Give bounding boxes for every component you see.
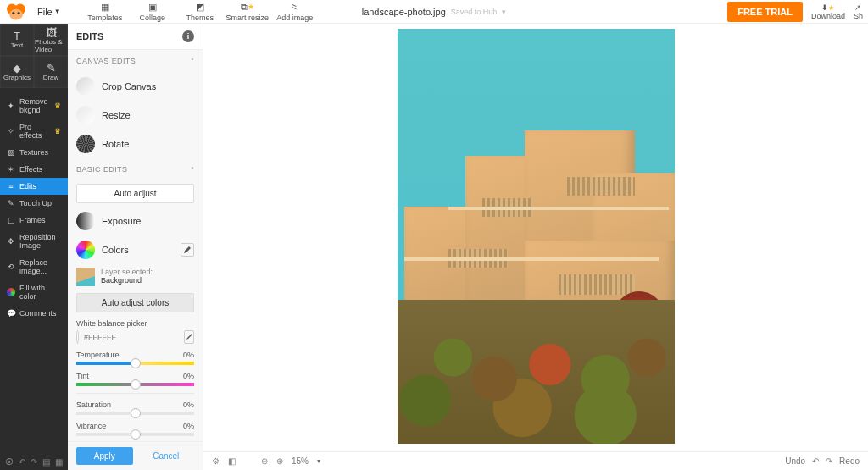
sidebar-pro-effects[interactable]: ✧Pro effects♛	[0, 119, 68, 144]
sidebar-replace-image[interactable]: ⟲Replace image...	[0, 254, 68, 279]
redo-label[interactable]: Redo	[839, 456, 860, 466]
info-icon[interactable]: i	[182, 30, 194, 42]
replace-icon: ⟲	[7, 263, 15, 271]
chevron-down-icon[interactable]: ▾	[317, 457, 320, 465]
zoom-level[interactable]: 15%	[292, 456, 309, 466]
redo-icon[interactable]: ↷	[826, 456, 832, 466]
canvas-area[interactable]	[203, 24, 868, 451]
chevron-up-icon: ˄	[191, 166, 194, 174]
undo-icon[interactable]: ↶	[19, 457, 25, 467]
sidebar-remove-bkgnd[interactable]: ✦Remove bkgnd♛	[0, 93, 68, 119]
eyedropper-button[interactable]	[184, 330, 194, 344]
layers-icon[interactable]: ▤	[42, 457, 50, 467]
colors-row[interactable]: Colors	[68, 235, 203, 264]
zoom-in-icon[interactable]: ⊕	[276, 456, 283, 466]
sidebar-textures[interactable]: ▨Textures	[0, 144, 68, 161]
add-image-tool[interactable]: ⺀Add image	[271, 0, 319, 24]
templates-tool[interactable]: ▦Templates	[81, 0, 129, 24]
redo-icon[interactable]: ↷	[31, 457, 37, 467]
document-title: landscape-photo.jpg Saved to Hub ▾	[362, 7, 507, 17]
auto-adjust-colors-button[interactable]: Auto adjust colors	[76, 293, 194, 312]
canvas-image[interactable]	[398, 29, 675, 444]
share-button[interactable]: ↗ Sh	[854, 3, 863, 20]
wb-label: White balance picker	[76, 319, 194, 328]
tint-slider: Tint0%	[68, 368, 203, 390]
auto-adjust-button[interactable]: Auto adjust	[76, 184, 194, 203]
wb-color-swatch[interactable]	[76, 330, 79, 344]
crown-icon: ♛	[54, 127, 61, 135]
download-icon: ⬇★	[821, 3, 834, 12]
apply-button[interactable]: Apply	[76, 447, 133, 465]
panel-title: EDITS	[76, 31, 103, 41]
panel-footer: Apply Cancel	[68, 441, 203, 470]
undo-label[interactable]: Undo	[785, 456, 805, 466]
photos-tool[interactable]: 🖼Photos & Video	[34, 24, 68, 56]
temperature-slider: Temperature0%	[68, 347, 203, 368]
grid-icon[interactable]: ▦	[55, 457, 63, 467]
undo-icon[interactable]: ↶	[812, 456, 819, 466]
sidebar-touch-up[interactable]: ✎Touch Up	[0, 195, 68, 212]
vibrance-slider: Vibrance0%	[68, 418, 203, 440]
comment-icon: 💬	[7, 309, 15, 318]
slider-knob[interactable]	[131, 379, 141, 390]
graphics-tool[interactable]: ◆Graphics	[0, 56, 34, 88]
save-status: Saved to Hub	[451, 8, 498, 16]
sidebar-comments[interactable]: 💬Comments	[0, 305, 68, 322]
texture-icon: ▨	[7, 148, 15, 157]
smart-resize-tool[interactable]: ⧉★Smart resize	[224, 0, 271, 24]
rotate-icon	[76, 135, 95, 153]
chevron-down-icon: ▼	[54, 8, 61, 15]
layer-thumbnail[interactable]	[76, 268, 95, 286]
resize-icon	[76, 106, 95, 124]
filename[interactable]: landscape-photo.jpg	[362, 7, 446, 17]
layers-toggle-icon[interactable]: ◧	[228, 456, 236, 466]
resize-row[interactable]: Resize	[68, 101, 203, 130]
crown-icon: ♛	[54, 102, 61, 110]
colors-icon	[76, 241, 95, 259]
crop-icon	[76, 77, 95, 96]
exposure-row[interactable]: Exposure	[68, 207, 203, 235]
sidebar-fill-color[interactable]: Fill with color	[0, 279, 68, 305]
edits-panel: EDITS i CANVAS EDITS˄ Crop Canvas Resize…	[68, 24, 203, 470]
file-menu[interactable]: File ▼	[32, 3, 66, 20]
zoom-out-icon[interactable]: ⊖	[261, 456, 268, 466]
sidebar-reposition[interactable]: ✥Reposition Image	[0, 229, 68, 254]
exposure-icon	[76, 212, 95, 230]
pencil-icon[interactable]	[181, 243, 194, 257]
basic-edits-header[interactable]: BASIC EDITS˄	[68, 158, 203, 180]
download-button[interactable]: ⬇★ Download	[811, 3, 845, 20]
text-tool[interactable]: TText	[0, 24, 34, 56]
cancel-button[interactable]: Cancel	[138, 447, 195, 465]
svg-point-2	[9, 8, 23, 19]
file-label: File	[37, 7, 53, 17]
share-icon: ↗	[854, 3, 861, 12]
slider-knob[interactable]	[131, 408, 141, 418]
slider-knob[interactable]	[131, 358, 141, 368]
svg-point-3	[12, 12, 14, 14]
free-trial-button[interactable]: FREE TRIAL	[727, 2, 803, 22]
sidebar-edits[interactable]: ≡Edits	[0, 178, 68, 195]
app-logo[interactable]	[5, 3, 27, 21]
crop-canvas-row[interactable]: Crop Canvas	[68, 72, 203, 101]
draw-tool[interactable]: ✎Draw	[34, 56, 68, 88]
sidebar-frames[interactable]: ▢Frames	[0, 212, 68, 229]
canvas-edits-header[interactable]: CANVAS EDITS˄	[68, 50, 203, 72]
panel-header: EDITS i	[68, 24, 203, 50]
slider-knob[interactable]	[131, 429, 141, 440]
settings-icon[interactable]: ⚙	[212, 456, 220, 466]
frame-icon: ▢	[7, 216, 15, 224]
collage-tool[interactable]: ▣Collage	[129, 0, 176, 24]
svg-point-4	[18, 12, 20, 14]
sparkle-icon: ✦	[7, 102, 15, 110]
wand-icon: ✧	[7, 127, 15, 135]
themes-tool[interactable]: ◩Themes	[176, 0, 224, 24]
chevron-up-icon: ˄	[191, 58, 194, 65]
saturation-slider: Saturation0%	[68, 397, 203, 418]
rotate-row[interactable]: Rotate	[68, 130, 203, 158]
chevron-down-icon[interactable]: ▾	[502, 8, 506, 16]
wb-hex-input[interactable]	[84, 330, 179, 344]
sidebar-effects[interactable]: ✶Effects	[0, 161, 68, 178]
back-icon[interactable]: ⦿	[5, 457, 14, 467]
layer-selected: Layer selected:Background	[68, 264, 203, 290]
effects-icon: ✶	[7, 165, 15, 174]
